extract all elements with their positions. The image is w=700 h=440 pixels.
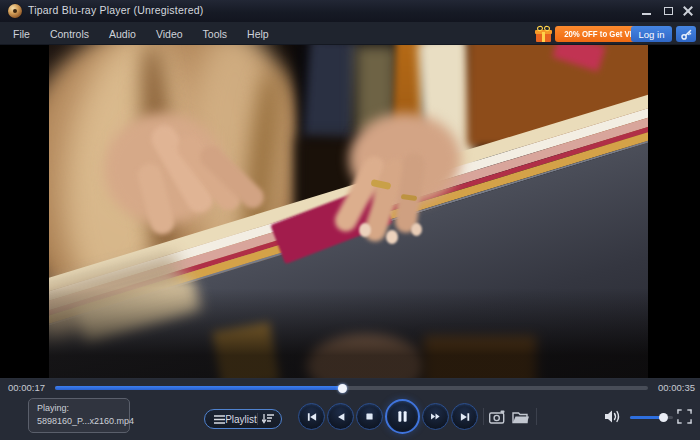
fast-forward-icon (429, 411, 442, 422)
open-file-button[interactable] (512, 410, 530, 428)
playlist-order-icon (262, 414, 274, 424)
video-shape-shelf-book (304, 45, 359, 142)
hamburger-icon (214, 415, 225, 424)
menu-file[interactable]: File (10, 26, 33, 42)
menu-tools[interactable]: Tools (200, 26, 231, 42)
menu-controls[interactable]: Controls (47, 26, 92, 42)
menu-help[interactable]: Help (244, 26, 272, 42)
video-shape-nail3 (411, 223, 422, 236)
snapshot-button[interactable] (489, 410, 506, 428)
video-canvas[interactable] (49, 45, 648, 378)
pause-button[interactable] (385, 399, 420, 434)
volume-knob[interactable] (659, 413, 668, 422)
video-shape-bottom-vignette (49, 288, 648, 378)
playlist-divider (257, 413, 258, 425)
open-folder-icon (512, 410, 530, 424)
video-shape-nail1 (359, 223, 371, 237)
close-icon (683, 6, 693, 16)
menubar: File Controls Audio Video Tools Help 20%… (0, 22, 700, 45)
now-playing-filename: 5898160_P...x2160.mp4 (37, 415, 121, 428)
menu-items: File Controls Audio Video Tools Help (10, 22, 272, 45)
login-button[interactable]: Log in (631, 26, 672, 42)
mute-button[interactable] (604, 409, 622, 428)
next-button[interactable] (451, 403, 478, 430)
pause-icon (395, 409, 410, 424)
divider (536, 408, 537, 425)
fullscreen-icon (677, 409, 692, 424)
maximize-icon (664, 7, 673, 15)
fast-forward-button[interactable] (422, 403, 449, 430)
rewind-icon (335, 411, 347, 423)
speaker-icon (604, 409, 622, 424)
next-icon (459, 411, 471, 423)
gift-icon[interactable] (535, 26, 552, 42)
close-button[interactable] (679, 2, 696, 19)
video-stage (0, 45, 700, 378)
app-logo-icon (8, 4, 22, 18)
playlist-label: Playlist (225, 414, 257, 425)
divider (483, 408, 484, 425)
menu-video[interactable]: Video (153, 26, 186, 42)
stop-icon (364, 411, 375, 422)
snapshot-camera-icon (489, 410, 506, 424)
total-duration: 00:00:35 (658, 382, 695, 393)
fullscreen-button[interactable] (677, 409, 692, 428)
volume-slider[interactable] (630, 416, 673, 419)
key-icon (680, 28, 693, 41)
playlist-button[interactable]: Playlist (204, 409, 282, 429)
toolkit-button[interactable] (676, 26, 696, 42)
maximize-button[interactable] (660, 2, 677, 19)
now-playing-label: Playing: (37, 402, 121, 415)
titlebar[interactable]: Tipard Blu-ray Player (Unregistered) (0, 0, 700, 22)
menu-audio[interactable]: Audio (106, 26, 139, 42)
previous-icon (306, 411, 318, 423)
window-title: Tipard Blu-ray Player (Unregistered) (28, 4, 203, 16)
progress-bar[interactable] (55, 386, 648, 390)
stop-button[interactable] (356, 403, 383, 430)
rewind-button[interactable] (327, 403, 354, 430)
minimize-icon (642, 13, 651, 15)
progress-fill (55, 386, 342, 390)
progress-knob[interactable] (338, 384, 347, 393)
elapsed-time: 00:00:17 (8, 382, 45, 393)
player-window: Tipard Blu-ray Player (Unregistered) Fil… (0, 0, 700, 440)
control-panel: 00:00:17 00:00:35 Playing: 5898160_P...x… (0, 378, 700, 440)
previous-button[interactable] (298, 403, 325, 430)
video-shape-nail2 (386, 230, 398, 244)
minimize-button[interactable] (638, 2, 655, 19)
now-playing-tooltip: Playing: 5898160_P...x2160.mp4 (28, 398, 130, 433)
